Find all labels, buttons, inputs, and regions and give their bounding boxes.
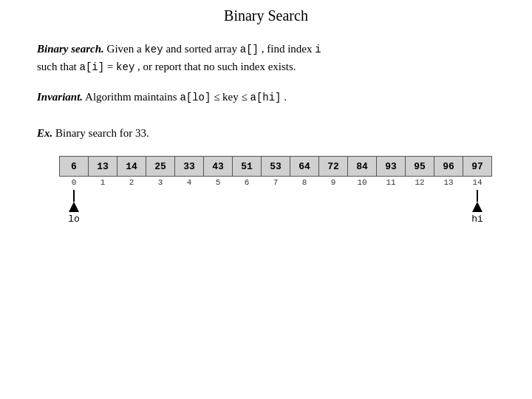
- array-section: 61314253343515364728493959697 0123456789…: [59, 156, 495, 227]
- ex-prefix: Ex.: [37, 127, 52, 139]
- page-title: Binary Search: [37, 7, 495, 24]
- pointer-row: lohi: [59, 190, 495, 227]
- desc-prefix: Binary search.: [37, 43, 104, 55]
- array-cell-6: 51: [232, 156, 262, 177]
- desc-given: Given a: [107, 43, 145, 55]
- index-cell-1: 1: [88, 178, 117, 187]
- array-cell-13: 96: [434, 156, 463, 177]
- index-cell-10: 10: [347, 178, 377, 187]
- index-cell-6: 6: [232, 178, 262, 187]
- inv-algo: Algorithm maintains: [85, 91, 180, 103]
- array-index-row: 01234567891011121314: [59, 178, 495, 187]
- desc-arr: a[]: [240, 44, 259, 55]
- page: Binary Search Binary search. Given a key…: [0, 0, 532, 399]
- index-cell-13: 13: [434, 178, 463, 187]
- array-cell-2: 14: [117, 156, 146, 177]
- index-cell-14: 14: [463, 178, 492, 187]
- desc-report: , or report that no such index exists.: [137, 61, 296, 72]
- hi-arrow-line: [477, 190, 478, 202]
- example-text: Ex. Binary search for 33.: [37, 127, 495, 140]
- ex-detail: Binary search for 33.: [55, 127, 149, 139]
- index-cell-8: 8: [290, 178, 319, 187]
- array-cell-1: 13: [88, 156, 117, 177]
- inv-ahi: a[hi]: [250, 92, 282, 103]
- desc-key1: key: [144, 44, 163, 55]
- description-text: Binary search. Given a key and sorted ar…: [37, 41, 495, 75]
- array-values-row: 61314253343515364728493959697: [59, 156, 495, 177]
- lo-arrow-line: [73, 190, 75, 202]
- inv-alo: a[lo]: [180, 92, 211, 103]
- desc-eq: =: [107, 61, 116, 72]
- array-cell-4: 33: [174, 156, 204, 177]
- index-cell-4: 4: [174, 178, 204, 187]
- desc-i: i: [315, 44, 321, 55]
- inv-prefix: Invariant.: [37, 91, 83, 103]
- array-cell-0: 6: [59, 156, 89, 177]
- index-cell-5: 5: [203, 178, 233, 187]
- index-cell-3: 3: [146, 178, 175, 187]
- index-cell-7: 7: [261, 178, 290, 187]
- array-cell-14: 97: [463, 156, 492, 177]
- pointer-slot-0: lo: [59, 190, 89, 225]
- pointer-slot-14: hi: [463, 190, 492, 225]
- array-cell-12: 95: [405, 156, 434, 177]
- index-cell-11: 11: [376, 178, 406, 187]
- inv-period: .: [284, 91, 287, 103]
- invariant-text: Invariant. Algorithm maintains a[lo] ≤ k…: [37, 89, 495, 106]
- hi-label: hi: [471, 214, 483, 225]
- array-cell-11: 93: [376, 156, 406, 177]
- index-cell-12: 12: [405, 178, 434, 187]
- array-cell-5: 43: [203, 156, 233, 177]
- desc-such: such that: [37, 61, 80, 72]
- array-cell-3: 25: [146, 156, 175, 177]
- lo-label: lo: [68, 214, 80, 225]
- lo-arrow-head: [69, 202, 79, 212]
- desc-ai: a[i]: [80, 61, 105, 73]
- desc-and: and sorted array: [166, 43, 239, 55]
- index-cell-2: 2: [117, 178, 146, 187]
- array-cell-9: 72: [318, 156, 348, 177]
- index-cell-0: 0: [59, 178, 89, 187]
- hi-arrow-head: [472, 202, 482, 212]
- array-cell-7: 53: [261, 156, 290, 177]
- index-cell-9: 9: [318, 178, 348, 187]
- array-cell-10: 84: [347, 156, 377, 177]
- inv-leq: ≤ key ≤: [214, 91, 250, 103]
- desc-key2: key: [116, 61, 134, 73]
- array-cell-8: 64: [290, 156, 319, 177]
- desc-find: , find index: [262, 43, 316, 55]
